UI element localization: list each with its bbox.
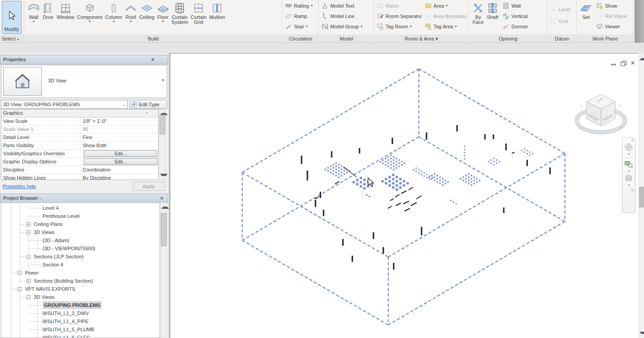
minimize-icon[interactable] (611, 61, 617, 66)
ribbon-item-dormer[interactable]: Dormer (502, 23, 528, 31)
scroll-up-icon[interactable] (640, 56, 644, 60)
orbit-dropdown-icon[interactable]: ▾ (628, 183, 630, 187)
model-column[interactable] (426, 132, 427, 140)
tree-item[interactable]: WSUTH_L1_4_PIPE (0, 317, 160, 325)
model-column[interactable] (503, 207, 505, 213)
ribbon-button-by-face[interactable]: ByFace (471, 1, 485, 26)
model-column[interactable] (359, 148, 360, 153)
ribbon-item-wall[interactable]: Wall (502, 2, 528, 10)
ribbon-button-floor[interactable]: Floor▾ (156, 1, 170, 24)
ribbon-button-roof[interactable]: Roof▾ (124, 1, 138, 24)
panel-label-opening[interactable]: Opening (469, 35, 547, 42)
tree-item[interactable]: WSUTH_L1_3_DWV (0, 309, 160, 317)
navbar-close-icon[interactable]: ⊗ (631, 138, 634, 142)
ribbon-item-railing[interactable]: Railing▾ (285, 2, 317, 10)
close-icon[interactable]: ✕ (631, 61, 636, 66)
dropdown-arrow-icon[interactable]: ▾ (113, 20, 115, 23)
model-column[interactable] (342, 239, 344, 246)
project-browser-titlebar[interactable]: Project Browser - ✕ (0, 194, 168, 203)
ribbon-item-room-separator[interactable]: Room Separator (377, 12, 422, 20)
model-column[interactable] (550, 167, 551, 174)
ribbon-item-viewer[interactable]: Viewer (596, 23, 626, 31)
modify-button[interactable]: Modify (2, 1, 22, 34)
dropdown-arrow-icon[interactable]: ▾ (410, 25, 412, 28)
panel-label-model[interactable]: Model (320, 35, 373, 42)
model-column[interactable] (352, 256, 353, 262)
tree-expander-minus-icon[interactable]: − (18, 287, 22, 291)
apply-button[interactable]: Apply (133, 182, 165, 191)
model-column[interactable] (506, 144, 507, 150)
properties-help-link[interactable]: Properties help (3, 184, 36, 189)
dropdown-arrow-icon[interactable]: ▾ (311, 5, 313, 7)
browser-scroll-thumb[interactable] (161, 213, 167, 246)
tree-expander-minus-icon[interactable]: − (18, 271, 22, 275)
viewport-scroll-thumb[interactable] (639, 187, 644, 207)
tree-item[interactable]: GROUPING PROBLEMS (0, 301, 160, 309)
tree-item[interactable]: {3D - VIEWPOINT5900} (0, 244, 160, 252)
property-value[interactable]: By Discipline (80, 174, 158, 180)
scroll-down-icon[interactable] (160, 174, 168, 178)
model-column[interactable] (307, 171, 308, 180)
model-column[interactable] (301, 156, 302, 164)
tree-expander-plus-icon[interactable]: + (27, 222, 31, 226)
ribbon-item-tag-area[interactable]: Tag Area▾ (425, 23, 466, 31)
tree-item[interactable]: Section 4 (0, 261, 160, 269)
tree-item[interactable]: −VPT NAVIS EXPORTS (0, 285, 160, 293)
type-selector[interactable]: 3D View ▾ (1, 65, 167, 98)
tree-expander-plus-icon[interactable]: + (27, 279, 31, 283)
model-column[interactable] (373, 232, 374, 239)
tree-item[interactable]: {3D - Adam} (0, 236, 160, 244)
ribbon-item-ramp[interactable]: Ramp (285, 12, 317, 20)
property-value[interactable]: Coordination (80, 166, 158, 174)
ribbon-item-model-group[interactable]: Model Group▾ (321, 23, 373, 31)
ribbon-button-wall[interactable]: Wall▾ (27, 1, 41, 24)
orbit-icon[interactable] (624, 173, 634, 183)
panel-label-circulation[interactable]: Circulation (283, 35, 318, 42)
properties-close-icon[interactable]: ✕ (150, 57, 156, 63)
select-panel-label[interactable]: Select ▾ (0, 35, 24, 42)
ribbon-item-show[interactable]: Show (596, 2, 626, 10)
properties-scrollbar[interactable] (159, 109, 165, 180)
zoom-dropdown-icon[interactable]: ▾ (628, 169, 630, 173)
collapse-chevron-icon[interactable]: ⌃ (145, 110, 148, 117)
model-column[interactable] (527, 160, 528, 166)
tree-item[interactable]: −Power (0, 269, 160, 277)
tree-expander-minus-icon[interactable]: − (27, 295, 31, 299)
navigation-bar[interactable]: ⊗ ▾ ▾ ▾ ⊖ (622, 137, 635, 213)
properties-section-header[interactable]: Graphics⌃ (1, 109, 158, 117)
scroll-down-icon[interactable] (640, 332, 644, 336)
model-column[interactable] (421, 227, 422, 235)
dropdown-arrow-icon[interactable]: ▾ (33, 20, 35, 23)
property-value[interactable]: Show Both (80, 142, 158, 149)
ribbon-button-set[interactable]: Set (579, 1, 593, 21)
dropdown-arrow-icon[interactable]: ▾ (306, 25, 308, 28)
tree-item[interactable]: +Ceiling Plans (0, 220, 160, 228)
dropdown-arrow-icon[interactable]: ▾ (455, 25, 457, 28)
wheel-dropdown-icon[interactable]: ▾ (628, 152, 630, 156)
model-column[interactable] (315, 200, 316, 207)
section-box[interactable] (242, 69, 565, 325)
panel-label-work-plane[interactable]: Work Plane (577, 35, 633, 42)
restore-icon[interactable] (621, 61, 626, 66)
ribbon-item-model-text[interactable]: Model Text (321, 2, 373, 10)
tree-item[interactable]: Penthouse Level (0, 212, 160, 220)
ribbon-button-component[interactable]: Component▾ (76, 1, 104, 24)
steering-wheel-icon[interactable] (624, 142, 634, 152)
properties-titlebar[interactable]: Properties ✕ (0, 55, 168, 64)
properties-scroll-thumb[interactable] (160, 115, 165, 135)
ribbon-button-curtain-system[interactable]: CurtainSystem (170, 1, 190, 26)
property-value[interactable]: 96 (80, 126, 158, 133)
navbar-minimize-icon[interactable]: ⊖ (631, 188, 634, 192)
ribbon-button-window[interactable]: Window (55, 1, 76, 21)
edit-button[interactable]: Edit... (84, 150, 157, 157)
tree-expander-minus-icon[interactable]: − (27, 255, 31, 259)
instance-selector-combobox[interactable]: 3D View: GROUPING PROBLEMS ⌄ (1, 100, 128, 109)
type-selector-arrow-icon[interactable]: ▾ (162, 78, 164, 82)
edit-type-button[interactable]: Edit Type (129, 100, 167, 109)
panel-label-build[interactable]: Build (25, 35, 282, 42)
tree-item[interactable]: −3D Views (0, 293, 160, 301)
ribbon-button-curtain-grid[interactable]: CurtainGrid (189, 1, 208, 26)
tree-item[interactable]: +Sections (Building Section) (0, 277, 160, 285)
viewport-scrollbar[interactable] (639, 53, 644, 338)
project-browser-close-icon[interactable]: ✕ (159, 195, 165, 202)
